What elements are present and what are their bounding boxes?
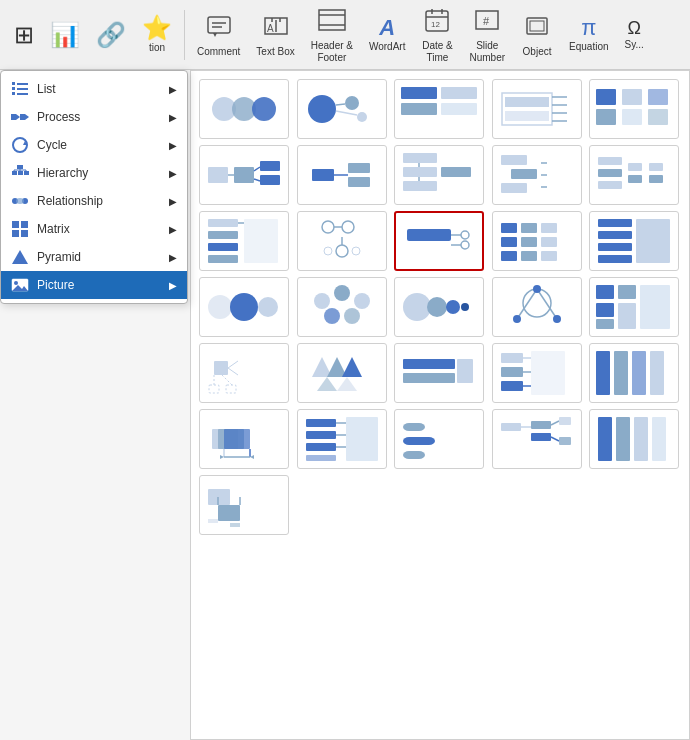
svg-point-142	[314, 293, 330, 309]
svg-marker-48	[12, 250, 28, 264]
menu-item-process[interactable]: Process ▶	[1, 103, 187, 131]
comment-btn[interactable]: Comment	[191, 6, 246, 64]
svg-rect-108	[208, 231, 238, 239]
svg-rect-110	[208, 255, 238, 263]
grid-item-1[interactable]	[297, 79, 387, 139]
svg-rect-27	[11, 114, 16, 120]
grid-item-19[interactable]	[589, 277, 679, 337]
svg-point-149	[446, 300, 460, 314]
svg-line-167	[222, 375, 232, 385]
grid-item-16[interactable]	[297, 277, 387, 337]
grid-item-28[interactable]	[492, 409, 582, 469]
pyramid-icon	[11, 248, 29, 266]
svg-point-147	[403, 293, 431, 321]
relationship-arrow-icon: ▶	[169, 196, 177, 207]
grid-item-29[interactable]	[589, 409, 679, 469]
textbox-btn[interactable]: A Text Box	[250, 6, 300, 64]
grid-item-14[interactable]	[589, 211, 679, 271]
sym-btn[interactable]: Ω Sy...	[619, 6, 650, 64]
menu-item-cycle[interactable]: Cycle ▶	[1, 131, 187, 159]
grid-item-10[interactable]	[199, 211, 289, 271]
grid-item-0[interactable]	[199, 79, 289, 139]
equation-btn[interactable]: π Equation	[563, 6, 614, 64]
svg-rect-158	[596, 303, 614, 317]
svg-rect-36	[24, 171, 29, 175]
grid-item-13[interactable]	[492, 211, 582, 271]
hierarchy-icon	[11, 164, 29, 182]
grid-item-7[interactable]	[394, 145, 484, 205]
smartart-partial-btn[interactable]: ⊞	[8, 6, 40, 64]
grid-item-22[interactable]	[394, 343, 484, 403]
slidenumber-icon: #	[473, 6, 501, 38]
menu-item-hierarchy[interactable]: Hierarchy ▶	[1, 159, 187, 187]
svg-rect-206	[403, 437, 435, 445]
svg-rect-217	[616, 417, 630, 461]
svg-rect-77	[208, 167, 228, 183]
svg-rect-162	[640, 285, 670, 329]
svg-rect-72	[596, 109, 616, 125]
action-btn[interactable]: ⭐ tion	[136, 6, 178, 64]
cycle-arrow-icon: ▶	[169, 140, 177, 151]
grid-item-15[interactable]	[199, 277, 289, 337]
table-icon: ⊞	[14, 23, 34, 47]
svg-rect-21	[12, 82, 15, 85]
svg-point-56	[345, 96, 359, 110]
datetime-label: Date &Time	[422, 40, 453, 64]
svg-rect-101	[598, 169, 622, 177]
grid-item-30[interactable]	[199, 475, 289, 535]
svg-rect-89	[403, 167, 437, 177]
chart-btn[interactable]: 📊	[44, 6, 86, 64]
matrix-icon	[11, 220, 29, 238]
svg-rect-214	[559, 417, 571, 425]
grid-item-21[interactable]	[297, 343, 387, 403]
svg-rect-137	[598, 255, 632, 263]
svg-rect-130	[521, 251, 537, 261]
svg-rect-185	[596, 351, 610, 395]
svg-point-141	[258, 297, 278, 317]
svg-rect-33	[17, 165, 23, 169]
menu-item-pyramid-label: Pyramid	[37, 250, 161, 264]
svg-rect-0	[208, 17, 230, 33]
grid-item-23[interactable]	[492, 343, 582, 403]
menu-item-matrix[interactable]: Matrix ▶	[1, 215, 187, 243]
menu-item-list[interactable]: List ▶	[1, 75, 187, 103]
menu-item-pyramid[interactable]: Pyramid ▶	[1, 243, 187, 271]
grid-item-18[interactable]	[492, 277, 582, 337]
wordart-icon: A	[379, 17, 395, 39]
grid-item-6[interactable]	[297, 145, 387, 205]
slidenumber-btn[interactable]: # SlideNumber	[463, 6, 511, 64]
grid-item-3[interactable]	[492, 79, 582, 139]
grid-item-27[interactable]	[394, 409, 484, 469]
grid-item-26[interactable]	[297, 409, 387, 469]
menu-item-hierarchy-label: Hierarchy	[37, 166, 161, 180]
grid-item-8[interactable]	[492, 145, 582, 205]
grid-item-11[interactable]	[297, 211, 387, 271]
equation-icon: π	[581, 17, 596, 39]
grid-item-9[interactable]	[589, 145, 679, 205]
grid-item-5[interactable]	[199, 145, 289, 205]
grid-item-12[interactable]	[394, 211, 484, 271]
menu-item-picture[interactable]: Picture ▶	[1, 271, 187, 299]
svg-line-58	[336, 104, 345, 105]
grid-item-25[interactable]	[199, 409, 289, 469]
textbox-icon: A	[262, 12, 290, 44]
pyramid-arrow-icon: ▶	[169, 252, 177, 263]
headerfooter-btn[interactable]: Header &Footer	[305, 6, 359, 64]
svg-rect-78	[234, 167, 254, 183]
smartart-menu: List ▶ Process ▶ Cycle	[0, 70, 188, 304]
grid-item-2[interactable]	[394, 79, 484, 139]
menu-item-relationship[interactable]: Relationship ▶	[1, 187, 187, 215]
grid-item-20[interactable]	[199, 343, 289, 403]
grid-item-4[interactable]	[589, 79, 679, 139]
link-btn[interactable]: 🔗	[90, 6, 132, 64]
object-btn[interactable]: Object	[515, 6, 559, 64]
menu-item-list-label: List	[37, 82, 161, 96]
grid-item-24[interactable]	[589, 343, 679, 403]
datetime-btn[interactable]: 12 Date &Time	[415, 6, 459, 64]
wordart-btn[interactable]: A WordArt	[363, 6, 412, 64]
svg-rect-29	[20, 114, 25, 120]
svg-marker-172	[342, 357, 362, 377]
svg-rect-61	[401, 103, 437, 115]
picture-arrow-icon: ▶	[169, 280, 177, 291]
grid-item-17[interactable]	[394, 277, 484, 337]
